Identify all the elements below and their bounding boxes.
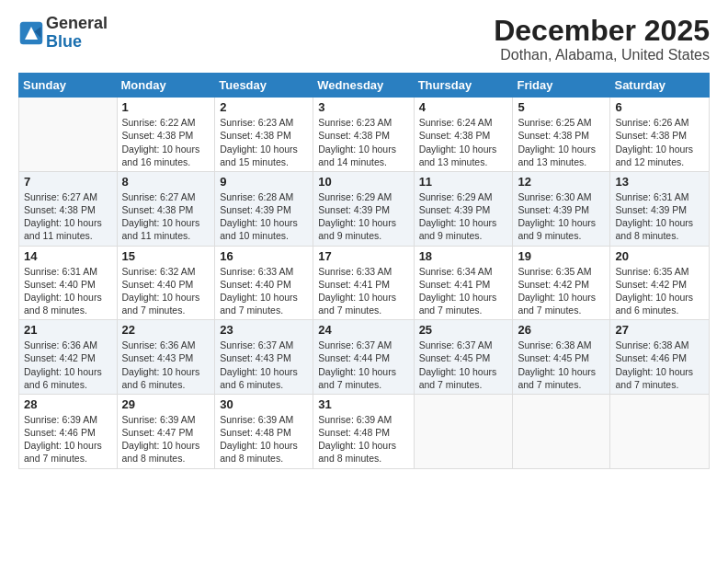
calendar-cell-w1-d6: 5Sunrise: 6:25 AMSunset: 4:38 PMDaylight… — [513, 98, 610, 172]
day-info: Sunrise: 6:30 AMSunset: 4:39 PMDaylight:… — [518, 190, 605, 243]
calendar-cell-w3-d7: 20Sunrise: 6:35 AMSunset: 4:42 PMDayligh… — [610, 246, 710, 320]
col-monday: Monday — [117, 74, 215, 98]
logo-line2: Blue — [46, 33, 108, 52]
day-number: 30 — [220, 397, 308, 411]
day-info: Sunrise: 6:33 AMSunset: 4:40 PMDaylight:… — [220, 265, 308, 317]
day-number: 6 — [615, 100, 704, 114]
day-number: 3 — [318, 100, 408, 114]
day-info: Sunrise: 6:35 AMSunset: 4:42 PMDaylight:… — [518, 265, 605, 317]
day-number: 26 — [518, 323, 605, 337]
calendar-cell-w2-d5: 11Sunrise: 6:29 AMSunset: 4:39 PMDayligh… — [414, 171, 513, 246]
day-info: Sunrise: 6:39 AMSunset: 4:48 PMDaylight:… — [220, 413, 308, 465]
day-info: Sunrise: 6:36 AMSunset: 4:42 PMDaylight:… — [24, 339, 112, 391]
day-info: Sunrise: 6:37 AMSunset: 4:43 PMDaylight:… — [220, 339, 308, 391]
calendar-cell-w2-d1: 7Sunrise: 6:27 AMSunset: 4:38 PMDaylight… — [19, 171, 118, 246]
day-info: Sunrise: 6:31 AMSunset: 4:39 PMDaylight:… — [615, 190, 704, 243]
calendar-cell-w2-d6: 12Sunrise: 6:30 AMSunset: 4:39 PMDayligh… — [513, 171, 610, 246]
day-number: 4 — [419, 100, 508, 114]
day-number: 12 — [518, 175, 605, 189]
logo-line1: General — [46, 15, 108, 33]
day-number: 20 — [615, 249, 704, 263]
day-number: 23 — [220, 323, 308, 337]
day-number: 13 — [615, 175, 704, 189]
col-saturday: Saturday — [610, 74, 710, 98]
calendar-week-5: 28Sunrise: 6:39 AMSunset: 4:46 PMDayligh… — [19, 394, 710, 468]
day-info: Sunrise: 6:29 AMSunset: 4:39 PMDaylight:… — [318, 190, 408, 243]
day-number: 28 — [24, 397, 112, 411]
day-info: Sunrise: 6:39 AMSunset: 4:47 PMDaylight:… — [122, 413, 210, 465]
col-friday: Friday — [513, 74, 610, 98]
calendar-cell-w5-d5 — [414, 394, 513, 468]
day-number: 10 — [318, 175, 408, 189]
calendar-cell-w1-d5: 4Sunrise: 6:24 AMSunset: 4:38 PMDaylight… — [414, 98, 513, 172]
calendar-cell-w4-d3: 23Sunrise: 6:37 AMSunset: 4:43 PMDayligh… — [215, 320, 313, 395]
day-number: 5 — [518, 100, 605, 114]
day-info: Sunrise: 6:27 AMSunset: 4:38 PMDaylight:… — [24, 190, 112, 243]
col-tuesday: Tuesday — [215, 74, 313, 98]
day-number: 29 — [122, 397, 210, 411]
calendar-cell-w4-d7: 27Sunrise: 6:38 AMSunset: 4:46 PMDayligh… — [610, 320, 710, 395]
day-number: 1 — [122, 100, 210, 114]
day-info: Sunrise: 6:37 AMSunset: 4:44 PMDaylight:… — [318, 339, 408, 391]
calendar-cell-w3-d5: 18Sunrise: 6:34 AMSunset: 4:41 PMDayligh… — [414, 246, 513, 320]
day-number: 17 — [318, 249, 408, 263]
calendar-cell-w2-d4: 10Sunrise: 6:29 AMSunset: 4:39 PMDayligh… — [313, 171, 414, 246]
day-info: Sunrise: 6:38 AMSunset: 4:45 PMDaylight:… — [518, 339, 605, 391]
day-info: Sunrise: 6:24 AMSunset: 4:38 PMDaylight:… — [419, 116, 508, 168]
day-info: Sunrise: 6:32 AMSunset: 4:40 PMDaylight:… — [122, 265, 210, 317]
calendar-cell-w3-d6: 19Sunrise: 6:35 AMSunset: 4:42 PMDayligh… — [513, 246, 610, 320]
header: General Blue December 2025 Dothan, Alaba… — [18, 15, 710, 63]
calendar-cell-w3-d1: 14Sunrise: 6:31 AMSunset: 4:40 PMDayligh… — [19, 246, 118, 320]
calendar-week-1: 1Sunrise: 6:22 AMSunset: 4:38 PMDaylight… — [19, 98, 710, 172]
logo-text: General Blue — [46, 15, 108, 52]
calendar-week-3: 14Sunrise: 6:31 AMSunset: 4:40 PMDayligh… — [19, 246, 710, 320]
calendar-cell-w5-d6 — [513, 394, 610, 468]
calendar-cell-w2-d7: 13Sunrise: 6:31 AMSunset: 4:39 PMDayligh… — [610, 171, 710, 246]
day-info: Sunrise: 6:26 AMSunset: 4:38 PMDaylight:… — [615, 116, 704, 168]
day-number: 31 — [318, 397, 408, 411]
day-number: 7 — [24, 175, 112, 189]
day-info: Sunrise: 6:33 AMSunset: 4:41 PMDaylight:… — [318, 265, 408, 317]
day-number: 18 — [419, 249, 508, 263]
calendar-cell-w1-d2: 1Sunrise: 6:22 AMSunset: 4:38 PMDaylight… — [117, 98, 215, 172]
calendar-week-2: 7Sunrise: 6:27 AMSunset: 4:38 PMDaylight… — [19, 171, 710, 246]
day-number: 21 — [24, 323, 112, 337]
day-number: 24 — [318, 323, 408, 337]
day-info: Sunrise: 6:35 AMSunset: 4:42 PMDaylight:… — [615, 265, 704, 317]
day-info: Sunrise: 6:25 AMSunset: 4:38 PMDaylight:… — [518, 116, 605, 168]
day-info: Sunrise: 6:37 AMSunset: 4:45 PMDaylight:… — [419, 339, 508, 391]
logo: General Blue — [18, 15, 108, 52]
page: General Blue December 2025 Dothan, Alaba… — [0, 0, 728, 563]
calendar-cell-w1-d1 — [19, 98, 118, 172]
day-info: Sunrise: 6:38 AMSunset: 4:46 PMDaylight:… — [615, 339, 704, 391]
day-info: Sunrise: 6:28 AMSunset: 4:39 PMDaylight:… — [220, 190, 308, 243]
calendar-cell-w5-d2: 29Sunrise: 6:39 AMSunset: 4:47 PMDayligh… — [117, 394, 215, 468]
day-number: 11 — [419, 175, 508, 189]
calendar-cell-w5-d7 — [610, 394, 710, 468]
day-info: Sunrise: 6:31 AMSunset: 4:40 PMDaylight:… — [24, 265, 112, 317]
day-info: Sunrise: 6:23 AMSunset: 4:38 PMDaylight:… — [220, 116, 308, 168]
day-number: 27 — [615, 323, 704, 337]
calendar-cell-w1-d3: 2Sunrise: 6:23 AMSunset: 4:38 PMDaylight… — [215, 98, 313, 172]
logo-icon — [18, 20, 44, 46]
col-thursday: Thursday — [414, 74, 513, 98]
day-number: 9 — [220, 175, 308, 189]
day-number: 16 — [220, 249, 308, 263]
day-info: Sunrise: 6:29 AMSunset: 4:39 PMDaylight:… — [419, 190, 508, 243]
day-info: Sunrise: 6:34 AMSunset: 4:41 PMDaylight:… — [419, 265, 508, 317]
calendar-cell-w2-d3: 9Sunrise: 6:28 AMSunset: 4:39 PMDaylight… — [215, 171, 313, 246]
day-info: Sunrise: 6:27 AMSunset: 4:38 PMDaylight:… — [122, 190, 210, 243]
calendar-cell-w4-d5: 25Sunrise: 6:37 AMSunset: 4:45 PMDayligh… — [414, 320, 513, 395]
calendar-cell-w3-d3: 16Sunrise: 6:33 AMSunset: 4:40 PMDayligh… — [215, 246, 313, 320]
calendar-cell-w4-d4: 24Sunrise: 6:37 AMSunset: 4:44 PMDayligh… — [313, 320, 414, 395]
day-number: 15 — [122, 249, 210, 263]
day-info: Sunrise: 6:39 AMSunset: 4:48 PMDaylight:… — [318, 413, 408, 465]
calendar-week-4: 21Sunrise: 6:36 AMSunset: 4:42 PMDayligh… — [19, 320, 710, 395]
day-info: Sunrise: 6:39 AMSunset: 4:46 PMDaylight:… — [24, 413, 112, 465]
calendar-cell-w1-d7: 6Sunrise: 6:26 AMSunset: 4:38 PMDaylight… — [610, 98, 710, 172]
col-wednesday: Wednesday — [313, 74, 414, 98]
day-number: 19 — [518, 249, 605, 263]
day-info: Sunrise: 6:22 AMSunset: 4:38 PMDaylight:… — [122, 116, 210, 168]
day-number: 22 — [122, 323, 210, 337]
day-number: 2 — [220, 100, 308, 114]
